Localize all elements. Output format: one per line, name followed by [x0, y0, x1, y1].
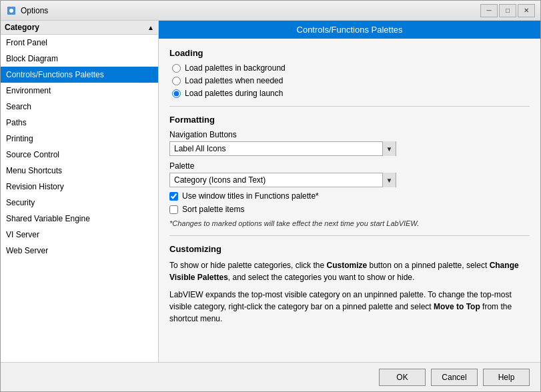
- checkbox-window-titles-row[interactable]: Use window titles in Functions palette*: [169, 191, 530, 201]
- sidebar-item-menu-shortcuts[interactable]: Menu Shortcuts: [1, 163, 158, 179]
- palette-arrow[interactable]: ▼: [382, 173, 396, 187]
- maximize-button[interactable]: □: [499, 4, 516, 17]
- sidebar-item-printing[interactable]: Printing: [1, 131, 158, 147]
- customizing-paragraph-2: LabVIEW expands the top-most visible cat…: [169, 289, 530, 325]
- sidebar-item-shared-variable-engine[interactable]: Shared Variable Engine: [1, 211, 158, 227]
- nav-buttons-dropdown[interactable]: Label All Icons ▼: [169, 141, 396, 156]
- category-list[interactable]: Front PanelBlock DiagramControls/Functio…: [1, 35, 158, 362]
- loading-section-title: Loading: [169, 48, 530, 58]
- radio-when-needed-input[interactable]: [172, 77, 181, 85]
- checkbox-sort-palette-label: Sort palette items: [182, 205, 244, 214]
- sidebar-item-block-diagram[interactable]: Block Diagram: [1, 51, 158, 67]
- title-bar: Options ─ □ ✕: [1, 1, 540, 21]
- sidebar-item-environment[interactable]: Environment: [1, 83, 158, 99]
- nav-buttons-value: Label All Icons: [170, 141, 382, 156]
- sidebar-item-front-panel[interactable]: Front Panel: [1, 35, 158, 51]
- panel-title: Controls/Functions Palettes: [159, 21, 540, 39]
- customizing-paragraph-1: To show or hide palette categories, clic…: [169, 259, 530, 283]
- window-controls: ─ □ ✕: [480, 4, 535, 17]
- radio-load-during-launch[interactable]: Load palettes during launch: [172, 89, 530, 98]
- svg-point-1: [9, 9, 13, 13]
- palette-value: Category (Icons and Text): [170, 173, 382, 187]
- sidebar-item-vi-server[interactable]: VI Server: [1, 227, 158, 243]
- window-title: Options: [21, 6, 480, 15]
- ok-button[interactable]: OK: [379, 369, 426, 386]
- main-content: Category ▲ Front PanelBlock DiagramContr…: [1, 21, 540, 362]
- formatting-note: *Changes to marked options will take eff…: [169, 219, 530, 227]
- category-header-label: Category: [5, 23, 39, 32]
- close-button[interactable]: ✕: [518, 4, 535, 17]
- help-button[interactable]: Help: [483, 369, 530, 386]
- radio-when-needed-label: Load palettes when needed: [185, 76, 283, 85]
- radio-load-background[interactable]: Load palettes in background: [172, 63, 530, 73]
- sidebar-item-paths[interactable]: Paths: [1, 115, 158, 131]
- bold-move-to-top: Move to Top: [434, 302, 480, 311]
- checkbox-window-titles-input[interactable]: [169, 192, 178, 201]
- right-content[interactable]: Loading Load palettes in background Load…: [159, 39, 540, 362]
- formatting-section-title: Formatting: [169, 115, 530, 125]
- customizing-section: Customizing To show or hide palette cate…: [169, 244, 530, 325]
- palette-label: Palette: [169, 161, 530, 171]
- formatting-section: Formatting Navigation Buttons Label All …: [169, 115, 530, 227]
- checkbox-sort-palette-input[interactable]: [169, 205, 178, 214]
- sidebar-item-controls-functions-palettes[interactable]: Controls/Functions Palettes: [1, 67, 158, 83]
- options-window: Options ─ □ ✕ Category ▲ Front PanelBloc…: [0, 0, 541, 392]
- nav-buttons-arrow[interactable]: ▼: [382, 141, 396, 156]
- checkbox-window-titles-label: Use window titles in Functions palette*: [182, 191, 319, 201]
- radio-load-when-needed[interactable]: Load palettes when needed: [172, 76, 530, 85]
- bold-customize: Customize: [326, 261, 367, 270]
- left-panel: Category ▲ Front PanelBlock DiagramContr…: [1, 21, 159, 362]
- radio-during-launch-input[interactable]: [172, 89, 181, 98]
- sidebar-item-security[interactable]: Security: [1, 195, 158, 211]
- palette-dropdown[interactable]: Category (Icons and Text) ▼: [169, 173, 396, 187]
- right-panel: Controls/Functions Palettes Loading Load…: [159, 21, 540, 362]
- minimize-button[interactable]: ─: [480, 4, 498, 17]
- cancel-button[interactable]: Cancel: [431, 369, 478, 386]
- divider-1: [169, 106, 530, 107]
- divider-2: [169, 235, 530, 236]
- window-icon: [6, 5, 17, 16]
- loading-options: Load palettes in background Load palette…: [172, 63, 530, 98]
- sort-icon: ▲: [147, 24, 154, 31]
- radio-during-launch-label: Load palettes during launch: [185, 89, 283, 98]
- sidebar-item-source-control[interactable]: Source Control: [1, 147, 158, 163]
- bottom-bar: OK Cancel Help: [1, 362, 540, 391]
- sidebar-item-revision-history[interactable]: Revision History: [1, 179, 158, 195]
- sidebar-item-search[interactable]: Search: [1, 99, 158, 115]
- category-header: Category ▲: [1, 21, 158, 35]
- sidebar-item-web-server[interactable]: Web Server: [1, 243, 158, 259]
- nav-buttons-label: Navigation Buttons: [169, 130, 530, 139]
- checkbox-sort-palette-row[interactable]: Sort palette items: [169, 205, 530, 214]
- radio-background-input[interactable]: [172, 64, 181, 73]
- radio-background-label: Load palettes in background: [185, 63, 286, 73]
- customizing-section-title: Customizing: [169, 244, 530, 254]
